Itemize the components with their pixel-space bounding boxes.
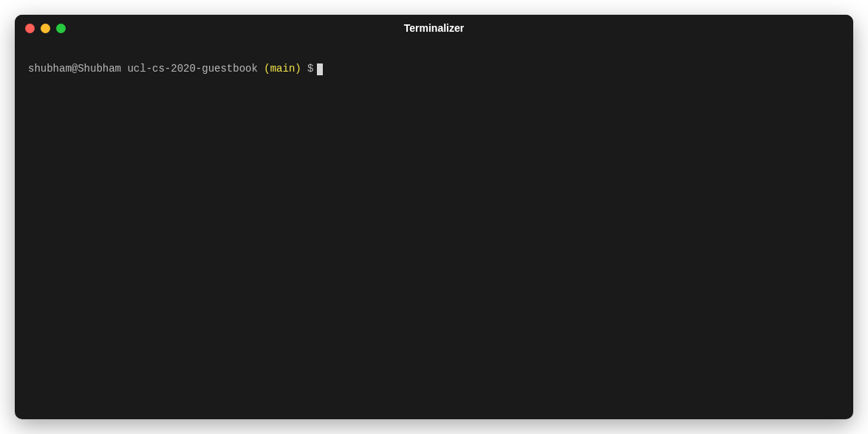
minimize-button[interactable] — [41, 24, 50, 33]
prompt-branch: main — [270, 62, 295, 77]
prompt-symbol: $ — [307, 62, 313, 77]
close-button[interactable] — [25, 24, 35, 33]
terminal-body[interactable]: shubham@Shubham ucl-cs-2020-guestbook (m… — [15, 41, 853, 419]
prompt-branch-open: ( — [264, 62, 270, 77]
titlebar: Terminalizer — [15, 15, 853, 41]
terminal-window: Terminalizer shubham@Shubham ucl-cs-2020… — [15, 15, 853, 419]
maximize-button[interactable] — [56, 24, 66, 33]
prompt-branch-close: ) — [295, 62, 301, 77]
prompt-user-host: shubham@Shubham — [28, 62, 121, 77]
prompt-path: ucl-cs-2020-guestbook — [127, 62, 257, 77]
prompt-line: shubham@Shubham ucl-cs-2020-guestbook (m… — [28, 62, 840, 77]
cursor-icon — [317, 63, 323, 75]
window-title: Terminalizer — [404, 22, 464, 34]
window-controls — [25, 24, 66, 33]
